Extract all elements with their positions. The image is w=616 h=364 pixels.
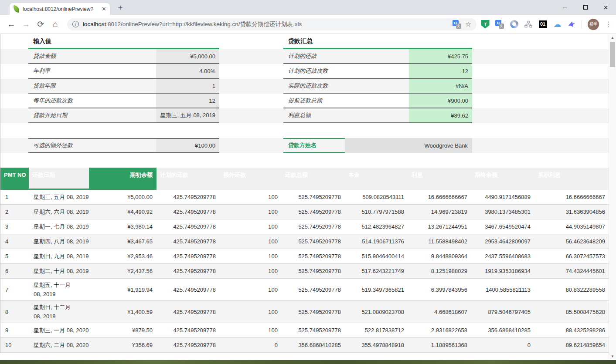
- summary-label: 计划的还款: [283, 49, 409, 63]
- table-cell: 9: [0, 327, 29, 334]
- forward-button[interactable]: →: [21, 20, 31, 29]
- summary-value: 12: [409, 64, 472, 78]
- swirl-extension-icon[interactable]: [510, 20, 518, 29]
- maximize-button[interactable]: [575, 0, 596, 15]
- table-cell: 星期二, 十月 08, 2019: [29, 267, 89, 275]
- table-cell: 1: [0, 194, 29, 200]
- column-header: 累积利息: [534, 168, 609, 190]
- table-row: 贷款金额¥5,000.00 计划的还款¥425.75: [0, 49, 609, 64]
- table-cell: 2.9316822658: [408, 327, 471, 334]
- table-row: 9星期三, 一月 08, 2020¥879.50425.749520977810…: [0, 323, 609, 338]
- table-cell: 425.7495209778: [157, 253, 220, 260]
- scrollbar-down-icon[interactable]: ▼: [609, 354, 616, 358]
- shield-extension-icon[interactable]: T: [481, 20, 490, 29]
- summary-label: 利息总额: [283, 108, 409, 122]
- bookmark-star-icon[interactable]: ☆: [465, 20, 471, 28]
- new-tab-button[interactable]: +: [115, 2, 126, 13]
- table-cell: 100: [220, 238, 282, 245]
- vertical-scrollbar[interactable]: ▲ ▼: [609, 34, 616, 359]
- table-cell: 14.969723819: [408, 209, 471, 215]
- translate-page-icon[interactable]: G文: [453, 20, 461, 29]
- table-cell: 514.1906711376: [345, 238, 408, 245]
- scrollbar-up-icon[interactable]: ▲: [609, 34, 616, 41]
- scrollbar-thumb[interactable]: [610, 42, 615, 67]
- table-cell: 425.7495209778: [157, 342, 220, 348]
- table-cell: 519.3497365821: [345, 286, 408, 293]
- column-header: 期初余额: [89, 168, 157, 190]
- table-cell: 425.7495209778: [157, 223, 220, 230]
- input-label: 年利率: [28, 64, 156, 78]
- table-row: 8星期日, 十二月 08, 2019¥1,400.59425.749520977…: [0, 301, 609, 323]
- table-row: 可选的额外还款¥100.00 贷款方姓名 Woodgrove Bank: [0, 138, 609, 153]
- summary-section-title: 贷款汇总: [283, 34, 472, 49]
- minimize-button[interactable]: ─: [555, 0, 575, 15]
- home-button[interactable]: ⌂: [50, 20, 61, 29]
- cloud-extension-icon[interactable]: ☁: [553, 20, 562, 29]
- table-cell: 星期三, 五月 08, 2019: [29, 193, 89, 201]
- address-bar[interactable]: i localhost:8012/onlinePreview?url=http:…: [67, 18, 476, 30]
- table-row: 每年的还款次数12 提前还款总额¥900.00: [0, 94, 609, 108]
- table-cell: 525.7495209778: [282, 253, 345, 260]
- table-cell: 88.4325298286: [534, 327, 609, 334]
- table-cell: ¥3,980.14: [89, 223, 157, 230]
- summary-label: 实际的还款次数: [283, 79, 409, 93]
- summary-label: 提前还款总额: [283, 94, 409, 108]
- table-cell: ¥356.69: [89, 342, 157, 348]
- table-cell: 356.6868410285: [471, 327, 534, 334]
- input-label: 贷款年限: [28, 79, 156, 93]
- url-text[interactable]: localhost:8012/onlinePreview?url=http://…: [83, 20, 449, 28]
- table-cell: ¥2,953.46: [89, 253, 157, 260]
- table-cell: 6: [0, 268, 29, 274]
- spreadsheet: 输入值 贷款汇总 贷款金额¥5,000.00 计划的还款¥425.75 年利率4…: [0, 34, 609, 353]
- profile-avatar[interactable]: 精华: [588, 19, 599, 30]
- table-cell: 89.6214859654: [534, 342, 609, 348]
- table-cell: 4.668618607: [408, 309, 471, 315]
- section-titles-row: 输入值 贷款汇总: [0, 34, 609, 49]
- browser-tab[interactable]: localhost:8012/onlinePreview? ✕: [10, 3, 110, 15]
- badge-01-extension-icon[interactable]: 01: [538, 20, 547, 29]
- table-cell: 510.7797971588: [345, 209, 408, 215]
- table-cell: 1919.9353186934: [471, 268, 534, 274]
- table-cell: 100: [220, 209, 282, 215]
- back-button[interactable]: ←: [6, 20, 17, 29]
- table-cell: 525.7495209778: [282, 309, 345, 315]
- table-cell: 100: [220, 327, 282, 334]
- desktop-background-strip: [0, 360, 616, 364]
- tab-bar: localhost:8012/onlinePreview? ✕ + ─ ✕: [0, 0, 616, 15]
- table-row: 4星期四, 八月 08, 2019¥3,467.65425.7495209778…: [0, 234, 609, 249]
- kkfileview-leaf-favicon-icon: [13, 5, 20, 13]
- column-header: PMT NO: [0, 168, 29, 190]
- input-value: 4.00%: [156, 64, 219, 78]
- header-green-underline: [0, 189, 157, 190]
- column-header: 还款总额: [282, 168, 345, 190]
- browser-toolbar: ← → ⟳ ⌂ i localhost:8012/onlinePreview?u…: [0, 15, 616, 34]
- bird-extension-icon[interactable]: [567, 20, 576, 29]
- table-cell: 10: [0, 342, 29, 348]
- table-cell: ¥3,467.65: [89, 238, 157, 245]
- table-cell: 85.5008475628: [534, 309, 609, 315]
- site-info-icon[interactable]: i: [72, 21, 79, 27]
- table-row: 6星期二, 十月 08, 2019¥2,437.56425.7495209778…: [0, 264, 609, 279]
- table-cell: 56.4623648209: [534, 238, 609, 245]
- table-row: 1星期三, 五月 08, 2019¥5,000.00425.7495209778…: [0, 190, 609, 205]
- table-cell: 425.7495209778: [157, 194, 220, 200]
- table-row: 10星期六, 二月 08, 2020¥356.69425.74952097780…: [0, 338, 609, 353]
- table-cell: 100: [220, 253, 282, 260]
- sitemap-extension-icon[interactable]: [524, 20, 533, 29]
- translate-extension-icon[interactable]: G文: [495, 20, 504, 29]
- table-cell: 525.7495209778: [282, 286, 345, 293]
- table-cell: 2: [0, 209, 29, 215]
- browser-menu-icon[interactable]: ⋮: [605, 20, 612, 28]
- table-cell: 80.8322289558: [534, 286, 609, 293]
- table-cell: 515.9046400414: [345, 253, 408, 260]
- table-cell: 星期五, 十一月 08, 2019: [29, 280, 89, 299]
- reload-button[interactable]: ⟳: [35, 19, 46, 29]
- tab-close-icon[interactable]: ✕: [102, 6, 106, 12]
- table-cell: 0: [471, 342, 534, 348]
- close-button[interactable]: ✕: [596, 0, 616, 15]
- table-cell: 16.6666666667: [534, 194, 609, 200]
- table-cell: 425.7495209778: [157, 238, 220, 245]
- table-cell: ¥2,437.56: [89, 268, 157, 274]
- table-cell: ¥1,400.59: [89, 309, 157, 315]
- table-cell: 66.3072457573: [534, 253, 609, 260]
